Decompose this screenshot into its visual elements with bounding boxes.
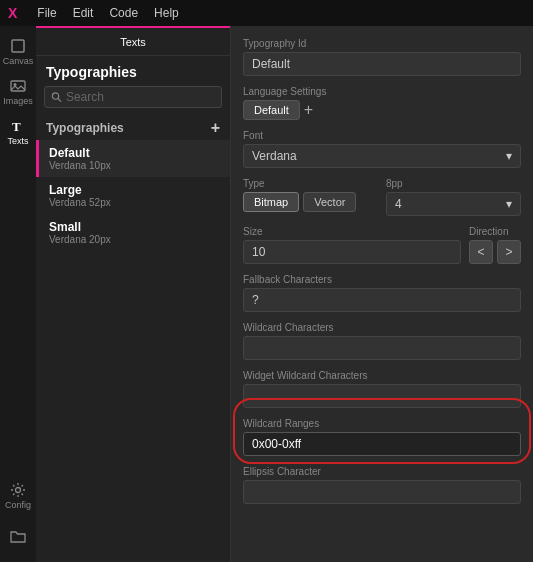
section-label: Typographies	[46, 121, 124, 135]
direction-label: Direction	[469, 226, 521, 237]
ellipsis-section: Ellipsis Character	[243, 466, 521, 504]
typo-name-large: Large	[49, 183, 220, 197]
typo-item-small[interactable]: Small Verdana 20px	[36, 214, 230, 251]
folder-icon	[10, 528, 26, 544]
main-layout: Canvas Images T Texts	[0, 26, 533, 562]
type-label: Type	[243, 178, 378, 189]
wildcard-section: Wildcard Characters	[243, 322, 521, 360]
chevron-down-icon: ▾	[506, 149, 512, 163]
wildcard-ranges-section: Wildcard Ranges	[243, 418, 521, 456]
wildcard-input[interactable]	[243, 336, 521, 360]
font-label: Font	[243, 130, 521, 141]
fallback-label: Fallback Characters	[243, 274, 521, 285]
widget-wildcard-input[interactable]	[243, 384, 521, 408]
typo-item-large[interactable]: Large Verdana 52px	[36, 177, 230, 214]
typo-sub-default: Verdana 10px	[49, 160, 220, 171]
typography-id-input[interactable]	[243, 52, 521, 76]
bpp-chevron-icon: ▾	[506, 197, 512, 211]
typography-list: Default Verdana 10px Large Verdana 52px …	[36, 140, 230, 251]
language-settings-label: Language Settings	[243, 86, 521, 97]
add-typography-button[interactable]: +	[211, 120, 220, 136]
search-box[interactable]	[44, 86, 222, 108]
svg-point-5	[52, 93, 58, 99]
direction-section: Direction < >	[469, 226, 521, 264]
svg-rect-0	[12, 40, 24, 52]
sidebar-item-config[interactable]: Config	[2, 478, 34, 514]
wildcard-ranges-input[interactable]	[243, 432, 521, 456]
type-bpp-row: Type Bitmap Vector 8pp 4 ▾	[243, 178, 521, 216]
bpp-label: 8pp	[386, 178, 521, 189]
sidebar-bottom: Config	[2, 478, 34, 562]
type-buttons: Bitmap Vector	[243, 192, 378, 212]
images-label: Images	[3, 96, 33, 106]
sidebar-item-folder[interactable]	[2, 518, 34, 554]
size-input[interactable]	[243, 240, 461, 264]
font-section: Font Verdana ▾	[243, 130, 521, 168]
typo-sub-small: Verdana 20px	[49, 234, 220, 245]
typo-name-small: Small	[49, 220, 220, 234]
widget-wildcard-section: Widget Wildcard Characters	[243, 370, 521, 408]
type-btn-vector[interactable]: Vector	[303, 192, 356, 212]
panel-left: Texts Typographies Typographies + Defaul…	[36, 26, 231, 562]
texts-label: Texts	[7, 136, 28, 146]
language-buttons: Default +	[243, 100, 521, 120]
lang-btn-default[interactable]: Default	[243, 100, 300, 120]
typography-id-label: Typography Id	[243, 38, 521, 49]
typo-name-default: Default	[49, 146, 220, 160]
sidebar-item-texts[interactable]: T Texts	[2, 114, 34, 150]
bpp-value: 4	[395, 197, 402, 211]
typography-id-section: Typography Id	[243, 38, 521, 76]
menu-file[interactable]: File	[37, 6, 56, 20]
panel-title: Typographies	[36, 56, 230, 86]
search-input[interactable]	[66, 90, 215, 104]
direction-buttons: < >	[469, 240, 521, 264]
panel-right: Typography Id Language Settings Default …	[231, 26, 533, 562]
images-icon	[10, 78, 26, 94]
menu-bar: X File Edit Code Help	[0, 0, 533, 26]
svg-point-4	[16, 488, 21, 493]
font-dropdown[interactable]: Verdana ▾	[243, 144, 521, 168]
panel-tabs: Texts	[36, 26, 230, 56]
config-icon	[10, 482, 26, 498]
texts-icon: T	[10, 118, 26, 134]
font-value: Verdana	[252, 149, 297, 163]
type-btn-bitmap[interactable]: Bitmap	[243, 192, 299, 212]
widget-wildcard-label: Widget Wildcard Characters	[243, 370, 521, 381]
tab-texts[interactable]: Texts	[36, 26, 230, 55]
wildcard-label: Wildcard Characters	[243, 322, 521, 333]
section-header: Typographies +	[36, 116, 230, 140]
fallback-input[interactable]	[243, 288, 521, 312]
canvas-icon	[10, 38, 26, 54]
logo: X	[8, 5, 17, 21]
language-settings-section: Language Settings Default +	[243, 86, 521, 120]
menu-help[interactable]: Help	[154, 6, 179, 20]
fallback-section: Fallback Characters	[243, 274, 521, 312]
ellipsis-input[interactable]	[243, 480, 521, 504]
bpp-dropdown[interactable]: 4 ▾	[386, 192, 521, 216]
config-label: Config	[5, 500, 31, 510]
dir-left-button[interactable]: <	[469, 240, 493, 264]
dir-right-button[interactable]: >	[497, 240, 521, 264]
svg-line-6	[58, 98, 61, 101]
size-direction-row: Size Direction < >	[243, 226, 521, 264]
sidebar: Canvas Images T Texts	[0, 26, 36, 562]
menu-edit[interactable]: Edit	[73, 6, 94, 20]
type-section: Type Bitmap Vector	[243, 178, 378, 216]
lang-add-button[interactable]: +	[304, 102, 313, 118]
size-label: Size	[243, 226, 461, 237]
canvas-label: Canvas	[3, 56, 34, 66]
bpp-section: 8pp 4 ▾	[386, 178, 521, 216]
search-icon	[51, 91, 62, 103]
ellipsis-label: Ellipsis Character	[243, 466, 521, 477]
typo-item-default[interactable]: Default Verdana 10px	[36, 140, 230, 177]
typo-sub-large: Verdana 52px	[49, 197, 220, 208]
size-section: Size	[243, 226, 461, 264]
sidebar-item-canvas[interactable]: Canvas	[2, 34, 34, 70]
menu-code[interactable]: Code	[109, 6, 138, 20]
svg-text:T: T	[12, 119, 21, 134]
sidebar-item-images[interactable]: Images	[2, 74, 34, 110]
wildcard-ranges-label: Wildcard Ranges	[243, 418, 521, 429]
